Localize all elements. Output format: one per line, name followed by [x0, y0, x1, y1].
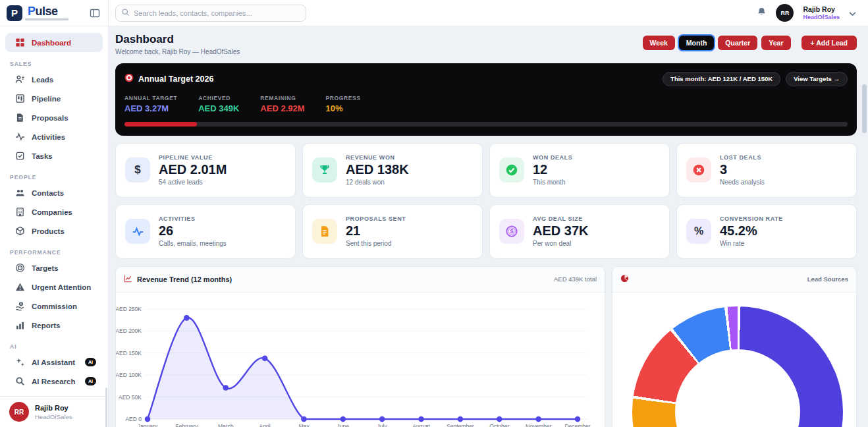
sidebar-item-contacts[interactable]: Contacts: [5, 183, 103, 202]
sidebar-item-label: Contacts: [32, 189, 64, 197]
svg-text:AED 0: AED 0: [125, 416, 142, 422]
svg-text:April: April: [259, 423, 271, 427]
period-quarter-button[interactable]: Quarter: [718, 36, 757, 50]
sidebar-item-label: Commission: [32, 302, 77, 310]
lead-sources-title: Lead Sources: [807, 275, 848, 283]
banner-title: Annual Target 2026: [138, 74, 213, 84]
period-month-button[interactable]: Month: [679, 36, 715, 50]
logo-wordmark: Pulse: [28, 5, 68, 17]
sidebar-scrollbar[interactable]: [105, 387, 107, 427]
svg-text:July: July: [377, 423, 388, 427]
sidebar-user[interactable]: RR Rajib Roy HeadOfSales: [0, 396, 108, 427]
view-targets-button[interactable]: View Targets →: [786, 72, 848, 86]
sidebar-collapse-icon[interactable]: [90, 8, 100, 18]
annual-progress-bar: [124, 122, 848, 127]
sidebar-item-urgent-attention[interactable]: Urgent Attention: [5, 277, 103, 297]
banner-stat: ANNUAL TARGET AED 3.27M: [124, 95, 177, 113]
main-scrollbar[interactable]: [862, 84, 867, 133]
dollar-icon: $: [125, 157, 150, 183]
ai-badge: AI: [85, 358, 96, 366]
ai-badge: AI: [85, 377, 96, 385]
svg-text:October: October: [489, 423, 509, 427]
main-content: Dashboard Welcome back, Rajib Roy — Head…: [109, 26, 868, 427]
svg-text:January: January: [138, 423, 158, 427]
page-subtitle: Welcome back, Rajib Roy — HeadOfSales: [115, 48, 240, 55]
global-search[interactable]: [115, 5, 306, 22]
sidebar: Dashboard SALES Leads Pipeline Proposals…: [0, 26, 109, 427]
stat-card-activities: ACTIVITIES 26 Calls, emails, meetings: [115, 204, 296, 259]
sidebar-item-label: Reports: [32, 322, 60, 329]
topbar: RR Rajib Roy HeadOfSales: [109, 0, 868, 26]
bell-icon[interactable]: [757, 7, 767, 20]
sidebar-item-companies[interactable]: Companies: [5, 202, 103, 221]
sidebar-item-products[interactable]: Products: [5, 221, 103, 241]
sidebar-heading-performance: PERFORMANCE: [10, 249, 108, 256]
period-week-button[interactable]: Week: [643, 36, 675, 50]
svg-text:AED 150K: AED 150K: [116, 349, 142, 356]
revenue-trend-card: Revenue Trend (12 months) AED 439K total…: [115, 266, 605, 427]
sidebar-heading-ai: AI: [10, 343, 108, 350]
sidebar-item-commission[interactable]: Commission: [5, 297, 103, 316]
avatar: RR: [9, 402, 29, 422]
sidebar-item-label: Proposals: [32, 114, 68, 122]
svg-text:$: $: [510, 228, 514, 235]
add-lead-button[interactable]: + Add Lead: [801, 36, 857, 50]
stat-card-conversion-rate: % CONVERSION RATE 45.2% Win rate: [676, 204, 857, 259]
document-icon: [312, 219, 337, 244]
sidebar-item-proposals[interactable]: Proposals: [5, 108, 103, 127]
sidebar-item-label: Urgent Attention: [32, 283, 91, 291]
svg-text:March: March: [218, 423, 234, 427]
sidebar-item-label: Targets: [32, 264, 59, 272]
svg-text:May: May: [298, 423, 310, 427]
banner-stat: PROGRESS 10%: [326, 95, 361, 113]
svg-text:December: December: [564, 423, 590, 427]
sidebar-item-ai-research[interactable]: AI Research AI: [5, 372, 103, 391]
check-circle-icon: [499, 157, 524, 183]
stat-card-proposals-sent: PROPOSALS SENT 21 Sent this period: [302, 204, 483, 259]
user-role: HeadOfSales: [803, 14, 840, 20]
sidebar-item-leads[interactable]: Leads: [5, 70, 103, 89]
lead-sources-card: Lead Sources: [612, 266, 857, 427]
percent-icon: %: [686, 219, 711, 244]
svg-text:June: June: [337, 423, 350, 427]
sidebar-item-label: AI Assistant: [32, 358, 75, 366]
sidebar-item-ai-assistant[interactable]: AI Assistant AI: [5, 353, 103, 372]
sidebar-item-dashboard[interactable]: Dashboard: [5, 33, 103, 52]
sidebar-heading-people: PEOPLE: [10, 174, 108, 181]
svg-text:August: August: [412, 423, 430, 427]
sidebar-item-label: Leads: [32, 76, 53, 84]
revenue-total: AED 439K total: [554, 275, 597, 283]
annual-progress-fill: [124, 122, 197, 127]
sidebar-item-deal-pulse[interactable]: Deal Pulse AI: [5, 391, 103, 396]
search-input[interactable]: [134, 9, 300, 17]
stat-card-pipeline-value: $ PIPELINE VALUE AED 2.01M 54 active lea…: [115, 143, 296, 198]
user-avatar[interactable]: RR: [776, 4, 794, 22]
line-chart-icon: [124, 273, 132, 285]
chevron-down-icon[interactable]: [849, 7, 856, 19]
sidebar-item-activities[interactable]: Activities: [5, 127, 103, 146]
user-menu[interactable]: Rajib Roy HeadOfSales: [803, 5, 840, 20]
x-circle-icon: [686, 157, 711, 183]
sidebar-item-label: Companies: [32, 208, 72, 216]
sidebar-item-label: Tasks: [32, 152, 53, 160]
stat-card-won-deals: WON DEALS 12 This month: [489, 143, 670, 198]
period-year-button[interactable]: Year: [761, 36, 790, 50]
sidebar-item-label: Dashboard: [32, 39, 71, 47]
coin-icon: $: [499, 219, 524, 244]
topbar-logo-area: P Pulse: [0, 0, 109, 26]
sidebar-item-reports[interactable]: Reports: [5, 316, 103, 335]
svg-text:September: September: [447, 423, 474, 427]
sidebar-item-targets[interactable]: Targets: [5, 258, 103, 277]
sidebar-item-pipeline[interactable]: Pipeline: [5, 89, 103, 108]
logo-icon: P: [7, 5, 22, 21]
sidebar-item-label: Activities: [32, 133, 65, 141]
sidebar-user-name: Rajib Roy: [35, 403, 72, 413]
annual-target-banner: Annual Target 2026 This month: AED 121K …: [115, 63, 857, 136]
sidebar-item-label: Products: [32, 227, 65, 235]
svg-text:November: November: [526, 423, 551, 427]
sidebar-user-role: HeadOfSales: [35, 413, 72, 420]
sidebar-heading-sales: SALES: [10, 61, 108, 67]
revenue-trend-chart: AED 0AED 50KAED 100KAED 150KAED 200KAED …: [116, 293, 599, 427]
user-name: Rajib Roy: [803, 5, 840, 14]
sidebar-item-tasks[interactable]: Tasks: [5, 146, 103, 165]
